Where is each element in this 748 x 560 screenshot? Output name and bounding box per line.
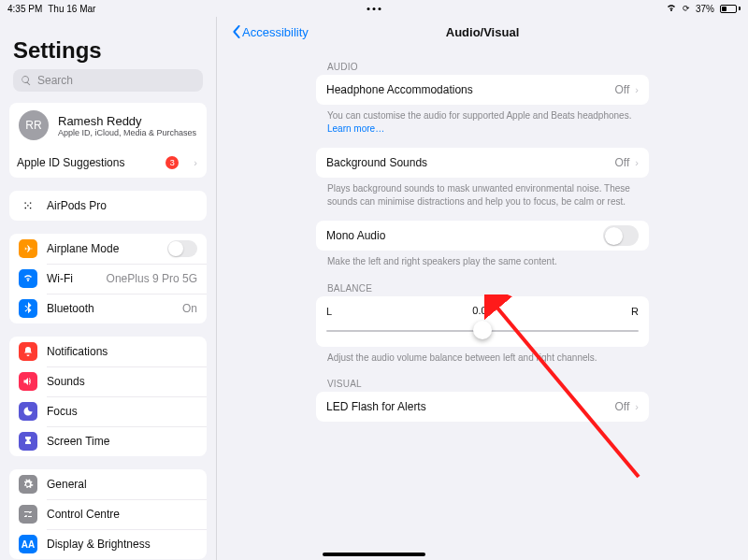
suggestions-badge: 3 xyxy=(165,156,179,169)
settings-sidebar: Settings Search RR Ramesh Reddy Apple ID… xyxy=(0,17,216,560)
sidebar-item-wifi[interactable]: Wi-Fi OnePlus 9 Pro 5G xyxy=(9,264,207,294)
background-sounds-row[interactable]: Background Sounds Off › xyxy=(316,148,649,178)
airpods-icon: ⁙ xyxy=(19,196,37,215)
apple-id-row[interactable]: RR Ramesh Reddy Apple ID, iCloud, Media … xyxy=(9,103,207,148)
sidebar-item-notifications[interactable]: Notifications xyxy=(9,337,207,366)
page-title: Settings xyxy=(13,37,203,64)
search-input[interactable]: Search xyxy=(13,69,203,92)
mono-audio-toggle[interactable] xyxy=(603,225,639,246)
sidebar-item-general[interactable]: General xyxy=(9,469,207,499)
text-size-icon: AA xyxy=(19,535,37,553)
detail-panel: Accessibility Audio/Visual AUDIO Headpho… xyxy=(217,17,748,560)
headphone-help: You can customise the audio for supporte… xyxy=(327,109,638,135)
balance-value: 0.00 xyxy=(472,305,492,316)
sidebar-item-airpods[interactable]: ⁙ AirPods Pro xyxy=(9,191,207,221)
mono-audio-help: Make the left and right speakers play th… xyxy=(327,255,638,268)
sliders-icon xyxy=(19,505,37,524)
airplane-icon: ✈ xyxy=(19,239,37,258)
detail-header: Accessibility Audio/Visual xyxy=(217,17,748,47)
bell-icon xyxy=(19,342,37,361)
visual-section-label: VISUAL xyxy=(327,379,649,389)
detail-title: Audio/Visual xyxy=(446,25,520,39)
balance-slider[interactable] xyxy=(326,326,639,336)
multitask-icon[interactable] xyxy=(367,7,381,10)
chevron-right-icon: › xyxy=(194,157,197,168)
sidebar-item-display[interactable]: AA Display & Brightness xyxy=(9,529,207,559)
chevron-left-icon xyxy=(232,25,241,38)
battery-pct: 37% xyxy=(696,4,714,14)
balance-left-label: L xyxy=(326,306,332,317)
airplane-toggle[interactable] xyxy=(167,240,197,257)
background-sounds-help: Plays background sounds to mask unwanted… xyxy=(327,182,638,208)
chevron-right-icon: › xyxy=(635,401,639,412)
audio-section-label: AUDIO xyxy=(327,62,649,72)
status-date: Thu 16 Mar xyxy=(48,4,95,14)
orientation-lock-icon: ⟳ xyxy=(683,4,690,13)
balance-section-label: BALANCE xyxy=(327,283,649,294)
slider-thumb[interactable] xyxy=(473,321,492,339)
wifi-settings-icon xyxy=(19,269,37,288)
sidebar-item-screentime[interactable]: Screen Time xyxy=(9,426,207,456)
sidebar-item-airplane[interactable]: ✈ Airplane Mode xyxy=(9,234,207,264)
sidebar-item-bluetooth[interactable]: Bluetooth On xyxy=(9,294,207,323)
balance-right-label: R xyxy=(631,306,639,317)
profile-sub: Apple ID, iCloud, Media & Purchases xyxy=(58,128,196,137)
status-bar: 4:35 PM Thu 16 Mar ⟳ 37% xyxy=(0,0,748,17)
search-icon xyxy=(21,75,32,86)
suggestions-label: Apple ID Suggestions xyxy=(17,156,156,169)
headphone-accommodations-row[interactable]: Headphone Accommodations Off › xyxy=(316,75,649,105)
speaker-icon xyxy=(19,372,37,391)
battery-icon xyxy=(720,5,741,13)
search-placeholder: Search xyxy=(37,74,73,87)
home-indicator[interactable] xyxy=(323,553,425,556)
learn-more-link[interactable]: Learn more… xyxy=(327,123,384,134)
led-flash-row[interactable]: LED Flash for Alerts Off › xyxy=(316,392,649,422)
apple-id-suggestions-row[interactable]: Apple ID Suggestions 3 › xyxy=(9,148,207,178)
mono-audio-row: Mono Audio xyxy=(316,221,649,251)
bluetooth-icon xyxy=(19,299,37,318)
sidebar-item-controlcentre[interactable]: Control Centre xyxy=(9,499,207,529)
balance-card: L 0.00 R xyxy=(316,296,649,347)
moon-icon xyxy=(19,402,37,421)
profile-name: Ramesh Reddy xyxy=(58,114,196,128)
gear-icon xyxy=(19,475,37,494)
wifi-icon xyxy=(666,3,677,14)
chevron-right-icon: › xyxy=(635,157,639,168)
chevron-right-icon: › xyxy=(635,84,639,95)
hourglass-icon xyxy=(19,432,37,451)
avatar: RR xyxy=(19,110,49,140)
sidebar-item-focus[interactable]: Focus xyxy=(9,396,207,426)
status-time: 4:35 PM xyxy=(7,4,42,14)
back-button[interactable]: Accessibility xyxy=(217,25,309,39)
balance-help: Adjust the audio volume balance between … xyxy=(327,352,638,365)
sidebar-item-sounds[interactable]: Sounds xyxy=(9,366,207,396)
